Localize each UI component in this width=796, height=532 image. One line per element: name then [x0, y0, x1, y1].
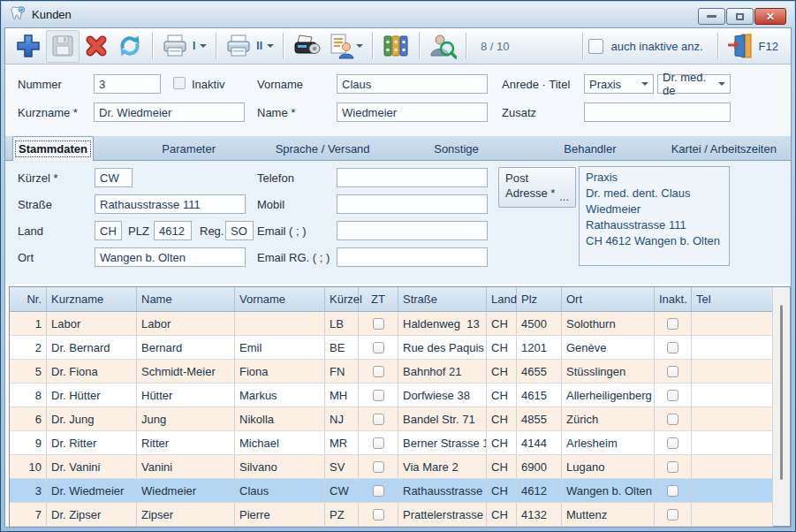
show-inactive-checkbox[interactable]: [588, 39, 603, 54]
column-header-tel[interactable]: Tel: [692, 287, 774, 311]
print-2-button[interactable]: II: [222, 30, 277, 63]
table-row[interactable]: 9Dr. RitterRitterMichaelMRBerner Strasse…: [10, 431, 773, 455]
minimize-button[interactable]: [698, 8, 725, 25]
inakt-checkbox[interactable]: [667, 390, 678, 401]
table-row[interactable]: 1LaborLaborLBHaldenweg 13CH4500Solothurn: [10, 312, 773, 336]
inakt-checkbox[interactable]: [667, 414, 678, 425]
cell-nr: 5: [10, 360, 47, 383]
cell-kuerzel: LB: [325, 312, 359, 335]
plz-input[interactable]: [154, 221, 192, 240]
inakt-checkbox[interactable]: [667, 485, 678, 497]
column-header-nr[interactable]: Nr.: [10, 287, 47, 311]
column-header-kurzname[interactable]: Kurzname: [47, 287, 137, 311]
titel-select[interactable]: Dr. med. de: [657, 74, 731, 94]
column-header-land[interactable]: Land: [487, 287, 517, 311]
zt-checkbox[interactable]: [373, 509, 384, 521]
land-input[interactable]: [95, 221, 122, 240]
zt-checkbox[interactable]: [373, 390, 384, 401]
print-1-button[interactable]: I: [158, 30, 210, 63]
cell-land: CH: [487, 384, 517, 407]
table-row[interactable]: 3Dr. WiedmeierWiedmeierClausCWRathausstr…: [10, 479, 773, 503]
cell-name: Jung: [137, 407, 235, 430]
cell-vorname: Silvano: [235, 455, 325, 478]
zt-checkbox[interactable]: [373, 318, 384, 330]
inakt-checkbox[interactable]: [667, 366, 678, 377]
tab-sprache-versand[interactable]: Sprache / Versand: [255, 136, 389, 161]
kurzname-input[interactable]: [94, 103, 245, 122]
title-bar[interactable]: Kunden ✕: [2, 2, 794, 27]
table-row[interactable]: 5Dr. FionaSchmidt-MeierFionaFNBahnhof 21…: [10, 360, 773, 384]
inakt-checkbox[interactable]: [667, 461, 678, 473]
tab-parameter[interactable]: Parameter: [122, 136, 255, 161]
inakt-checkbox[interactable]: [667, 509, 678, 521]
close-icon: ✕: [766, 11, 775, 22]
inakt-checkbox[interactable]: [667, 342, 678, 353]
post-adresse-button[interactable]: Post Adresse * ...: [498, 167, 576, 208]
column-header-inakt[interactable]: Inakt.: [655, 287, 692, 311]
add-button[interactable]: [11, 30, 46, 63]
cell-plz: 4855: [517, 407, 562, 430]
telefon-input[interactable]: [337, 168, 488, 187]
report-person-button[interactable]: [324, 30, 367, 63]
inakt-checkbox[interactable]: [667, 437, 678, 449]
tab-sonstige[interactable]: Sonstige: [390, 136, 523, 161]
email-input[interactable]: [337, 221, 488, 240]
name-input[interactable]: [337, 103, 488, 122]
zt-checkbox[interactable]: [373, 414, 384, 425]
mobil-input[interactable]: [337, 194, 488, 214]
cell-inakt: [655, 503, 692, 526]
land-label: Land: [18, 224, 43, 238]
cell-kuerzel: FN: [325, 360, 359, 383]
exit-key-label: F12: [759, 40, 778, 53]
search-customer-button[interactable]: [425, 30, 460, 63]
zt-checkbox[interactable]: [373, 342, 384, 353]
column-header-vorname[interactable]: Vorname: [235, 287, 325, 311]
inakt-checkbox[interactable]: [667, 318, 678, 330]
kuerzel-input[interactable]: [95, 168, 133, 187]
inaktiv-checkbox[interactable]: [173, 77, 186, 89]
table-row[interactable]: 7Dr. ZipserZipserPierrePZPrattelerstrass…: [10, 503, 773, 527]
tab-kartei-arbeitszeiten[interactable]: Kartei / Arbeitszeiten: [657, 136, 791, 161]
table-row[interactable]: 2Dr. BernardBernardEmilBERue des Paquis …: [10, 336, 773, 360]
maximize-button[interactable]: [726, 8, 754, 25]
email-rg-input[interactable]: [337, 247, 488, 267]
column-header-name[interactable]: Name: [137, 287, 235, 311]
table-header-row: Nr.KurznameNameVornameKürzelZTStraßeLand…: [10, 287, 773, 312]
cell-vorname: Markus: [235, 384, 325, 407]
refresh-button[interactable]: [113, 30, 147, 63]
fax-button[interactable]: [289, 30, 324, 63]
reg-input[interactable]: [225, 221, 254, 240]
zusatz-input[interactable]: [584, 103, 731, 122]
tab-behandler[interactable]: Behandler: [523, 136, 656, 161]
column-header-ort[interactable]: Ort: [562, 287, 655, 311]
zt-checkbox[interactable]: [373, 437, 384, 449]
ort-input[interactable]: [95, 247, 246, 267]
table-scrollbar[interactable]: [772, 287, 790, 526]
table-row[interactable]: 8Dr. HütterHütterMarkusMHDorfwiese 38CH4…: [10, 384, 773, 407]
zt-checkbox[interactable]: [373, 461, 384, 473]
telefon-label: Telefon: [257, 171, 294, 185]
delete-button[interactable]: [80, 30, 113, 63]
vorname-input[interactable]: [337, 74, 488, 94]
column-header-zt[interactable]: ZT: [359, 287, 398, 311]
scrollbar-thumb[interactable]: [780, 305, 783, 480]
strasse-input[interactable]: [95, 194, 246, 214]
column-header-plz[interactable]: Plz: [517, 287, 562, 311]
tab-stammdaten[interactable]: Stammdaten: [12, 136, 94, 161]
exit-button[interactable]: F12: [724, 30, 785, 63]
binders-button[interactable]: [378, 30, 413, 63]
zt-checkbox[interactable]: [373, 366, 384, 377]
cell-tel: [692, 503, 774, 526]
close-button[interactable]: ✕: [754, 8, 786, 25]
save-button[interactable]: [46, 30, 80, 63]
table-row[interactable]: 10Dr. VaniniVaniniSilvanoSVVia Mare 2CH6…: [10, 455, 773, 479]
column-header-kuerzel[interactable]: Kürzel: [325, 287, 359, 311]
post-address-display[interactable]: Praxis Dr. med. dent. Claus Wiedmeier Ra…: [579, 166, 730, 266]
anrede-select[interactable]: Praxis: [584, 74, 654, 94]
plus-icon: [14, 32, 42, 60]
cell-plz: 4144: [517, 431, 562, 454]
column-header-strasse[interactable]: Straße: [398, 287, 487, 311]
table-row[interactable]: 6Dr. JungJungNikollaNJBandel Str. 71CH48…: [10, 407, 773, 431]
nummer-input[interactable]: [94, 74, 161, 94]
zt-checkbox[interactable]: [373, 485, 384, 497]
